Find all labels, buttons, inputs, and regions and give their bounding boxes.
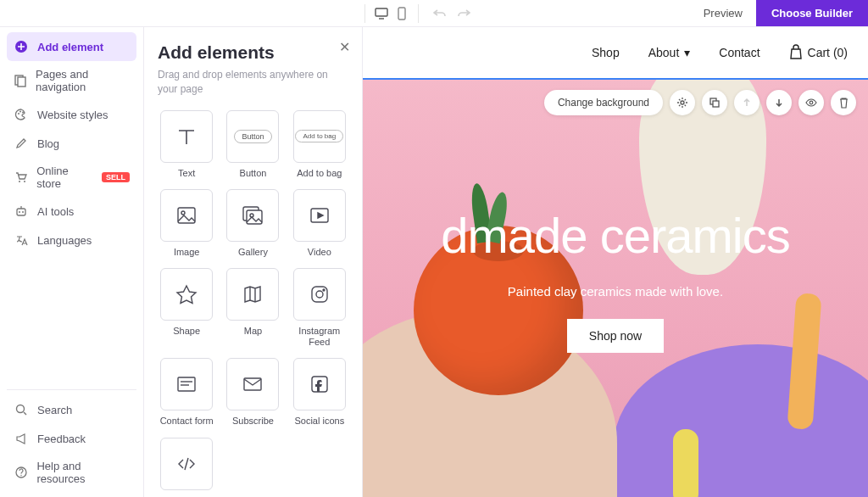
tile-label: Add to bag bbox=[297, 168, 342, 179]
element-video[interactable]: Video bbox=[291, 189, 348, 258]
hero-subtitle[interactable]: Painted clay ceramics made with love. bbox=[363, 284, 868, 299]
move-down-icon[interactable] bbox=[766, 90, 792, 115]
sidebar-item-label: Blog bbox=[37, 137, 59, 150]
element-contact-form[interactable]: Contact form bbox=[158, 358, 215, 427]
svg-rect-22 bbox=[247, 210, 262, 224]
tile-label: Text bbox=[178, 168, 195, 179]
sidebar-item-store[interactable]: Online store SELL bbox=[7, 158, 136, 197]
sidebar-item-label: Help and resources bbox=[36, 460, 130, 485]
plus-circle-icon bbox=[14, 39, 29, 54]
element-embed[interactable]: Embed code bbox=[158, 438, 215, 497]
element-instagram[interactable]: Instagram Feed bbox=[291, 268, 348, 348]
section-toolbar: Change background bbox=[544, 90, 856, 115]
svg-point-33 bbox=[681, 101, 684, 104]
sidebar-item-label: Feedback bbox=[37, 433, 86, 445]
element-social[interactable]: Social icons bbox=[291, 358, 348, 427]
tile-label: Instagram Feed bbox=[291, 326, 348, 348]
panel-subtitle: Drag and drop elements anywhere on your … bbox=[158, 68, 348, 97]
sidebar-item-styles[interactable]: Website styles bbox=[7, 100, 136, 129]
search-icon bbox=[14, 402, 29, 417]
svg-point-10 bbox=[24, 181, 25, 182]
device-switcher bbox=[364, 4, 419, 23]
mobile-icon[interactable] bbox=[392, 4, 411, 23]
pages-icon bbox=[14, 73, 27, 88]
hero-title[interactable]: dmade ceramics bbox=[363, 207, 868, 264]
change-background-button[interactable]: Change background bbox=[544, 90, 663, 115]
svg-rect-2 bbox=[398, 8, 405, 20]
choose-builder-button[interactable]: Choose Builder bbox=[756, 0, 868, 26]
palette-icon bbox=[14, 107, 29, 122]
tile-label: Social icons bbox=[294, 416, 344, 427]
delete-icon[interactable] bbox=[831, 90, 856, 115]
robot-icon bbox=[14, 204, 29, 219]
button-pill: Button bbox=[234, 130, 271, 143]
svg-rect-0 bbox=[376, 8, 387, 16]
svg-point-15 bbox=[17, 405, 25, 413]
cart-icon bbox=[14, 170, 28, 185]
nav-cart[interactable]: Cart (0) bbox=[789, 44, 848, 62]
bag-pill: Add to bag bbox=[295, 130, 343, 142]
element-button[interactable]: Button Button bbox=[224, 110, 281, 179]
svg-rect-28 bbox=[178, 377, 195, 391]
hero-section[interactable]: Change background dmade ceramics Painted… bbox=[363, 80, 868, 497]
nav-about-label: About bbox=[648, 46, 680, 59]
sidebar-bottom: Search Feedback Help and resources bbox=[7, 389, 136, 492]
nav-contact[interactable]: Contact bbox=[719, 46, 760, 59]
tile-label: Contact form bbox=[160, 416, 214, 427]
svg-point-12 bbox=[19, 211, 20, 213]
sidebar-item-add-element[interactable]: Add element bbox=[7, 32, 136, 61]
undo-redo-group bbox=[426, 4, 478, 23]
sidebar-item-label: Online store bbox=[36, 165, 93, 190]
nav-cart-label: Cart (0) bbox=[808, 46, 848, 59]
svg-rect-35 bbox=[713, 101, 719, 107]
svg-rect-5 bbox=[18, 77, 25, 87]
preview-button[interactable]: Preview bbox=[690, 0, 756, 26]
undo-icon[interactable] bbox=[431, 4, 449, 23]
svg-point-27 bbox=[323, 289, 325, 291]
svg-line-16 bbox=[24, 412, 26, 415]
pencil-icon bbox=[14, 136, 29, 151]
svg-point-18 bbox=[20, 475, 21, 476]
element-add-to-bag[interactable]: Add to bag Add to bag bbox=[291, 110, 348, 179]
left-sidebar: Add element Pages and navigation Website… bbox=[0, 27, 144, 497]
hero-text: dmade ceramics Painted clay ceramics mad… bbox=[363, 207, 868, 353]
topbar-right: Preview Choose Builder bbox=[690, 0, 868, 26]
site-navigation: Shop About ▾ Contact Cart (0) bbox=[363, 27, 868, 80]
sidebar-item-search[interactable]: Search bbox=[7, 395, 136, 424]
sidebar-item-feedback[interactable]: Feedback bbox=[7, 424, 136, 453]
sidebar-item-languages[interactable]: Languages bbox=[7, 226, 136, 254]
element-image[interactable]: Image bbox=[158, 189, 215, 258]
desktop-icon[interactable] bbox=[372, 4, 391, 23]
decor-stick-yellow bbox=[673, 429, 698, 497]
move-up-icon[interactable] bbox=[734, 90, 760, 115]
redo-icon[interactable] bbox=[454, 4, 473, 23]
visibility-icon[interactable] bbox=[798, 90, 824, 115]
sidebar-item-label: Search bbox=[37, 404, 72, 416]
sidebar-item-ai[interactable]: AI tools bbox=[7, 197, 136, 226]
sidebar-item-help[interactable]: Help and resources bbox=[7, 453, 136, 492]
element-text[interactable]: Text bbox=[158, 110, 215, 179]
topbar-center bbox=[364, 4, 478, 23]
elements-grid: Text Button Button Add to bag Add to bag… bbox=[158, 110, 348, 497]
element-shape[interactable]: Shape bbox=[158, 268, 215, 348]
nav-shop[interactable]: Shop bbox=[592, 46, 620, 59]
tile-label: Gallery bbox=[238, 247, 268, 258]
panel-title: Add elements bbox=[158, 42, 348, 63]
tile-label: Shape bbox=[173, 326, 200, 337]
duplicate-icon[interactable] bbox=[702, 90, 727, 115]
tile-label: Map bbox=[244, 326, 262, 337]
settings-icon[interactable] bbox=[670, 90, 695, 115]
tile-label: Image bbox=[174, 247, 200, 258]
shop-now-button[interactable]: Shop now bbox=[567, 319, 664, 353]
sidebar-item-blog[interactable]: Blog bbox=[7, 129, 136, 158]
element-subscribe[interactable]: Subscribe bbox=[224, 358, 281, 427]
close-icon[interactable]: ✕ bbox=[339, 39, 350, 55]
chevron-down-icon: ▾ bbox=[684, 46, 690, 59]
element-gallery[interactable]: Gallery bbox=[224, 189, 281, 258]
nav-about[interactable]: About ▾ bbox=[648, 46, 691, 59]
element-map[interactable]: Map bbox=[224, 268, 281, 348]
sidebar-item-label: AI tools bbox=[37, 205, 74, 218]
svg-rect-25 bbox=[312, 287, 327, 302]
help-icon bbox=[14, 465, 28, 480]
sidebar-item-pages[interactable]: Pages and navigation bbox=[7, 61, 136, 100]
